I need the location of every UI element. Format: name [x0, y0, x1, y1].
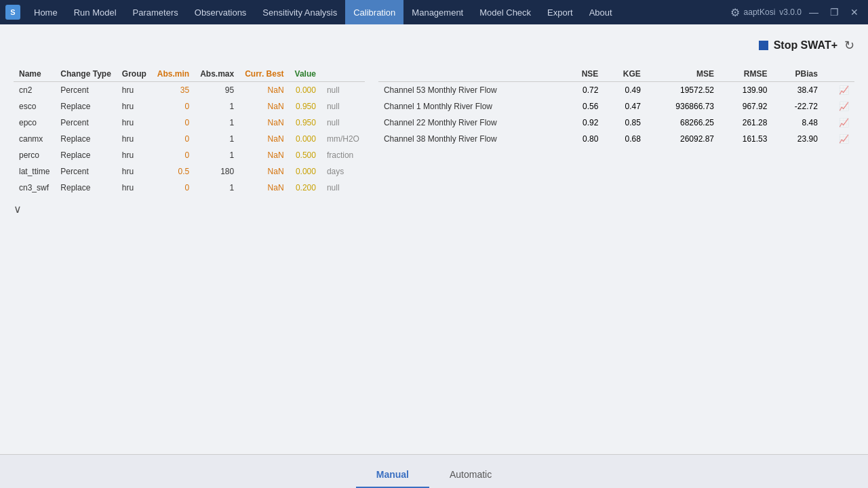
cell-chart-icon[interactable]: 📈 [823, 131, 854, 147]
cell-extra: fraction [321, 147, 365, 163]
cell-group: hru [117, 98, 152, 115]
cell-extra: null [321, 115, 365, 131]
cell-group: hru [117, 180, 152, 196]
cell-channel-label: Channel 38 Monthly River Flow [378, 131, 563, 147]
cell-value: 0.950 [290, 115, 321, 131]
cell-chart-icon[interactable]: 📈 [823, 98, 854, 115]
col-abs-max: Abs.max [195, 66, 239, 82]
cell-curr-best: NaN [239, 131, 289, 147]
table-row: Channel 22 Monthly River Flow 0.92 0.85 … [378, 115, 854, 131]
content-grid: Name Change Type Group Abs.min Abs.max C… [14, 66, 854, 216]
nav-home[interactable]: Home [26, 0, 66, 24]
bottom-tabs: Manual Automatic [0, 454, 868, 488]
cell-extra: mm/H2O [321, 131, 365, 147]
cell-chart-icon[interactable]: 📈 [823, 82, 854, 99]
parameters-table: Name Change Type Group Abs.min Abs.max C… [14, 66, 365, 196]
cell-name: epco [14, 115, 55, 131]
cell-abs-max: 180 [195, 163, 239, 180]
col-kge: KGE [604, 66, 646, 82]
minimize-button[interactable]: — [806, 4, 822, 20]
cell-extra: null [321, 180, 365, 196]
table-row: cn2 Percent hru 35 95 NaN 0.000 null [14, 82, 365, 99]
cell-chart-icon[interactable]: 📈 [823, 115, 854, 131]
cell-name: perco [14, 147, 55, 163]
nav-sensitivity[interactable]: Sensitivity Analysis [254, 0, 345, 24]
stop-icon [759, 41, 768, 50]
nav-parameters[interactable]: Parameters [125, 0, 186, 24]
col-value: Value [290, 66, 321, 82]
cell-group: hru [117, 115, 152, 131]
nav-about[interactable]: About [581, 0, 620, 24]
col-name: Name [14, 66, 55, 82]
nav-model-check[interactable]: Model Check [471, 0, 539, 24]
cell-mse: 936866.73 [646, 98, 719, 115]
cell-change-type: Percent [55, 163, 116, 180]
cell-extra: null [321, 82, 365, 99]
maximize-button[interactable]: ❐ [826, 4, 842, 20]
cell-abs-max: 1 [195, 147, 239, 163]
cell-value: 0.000 [290, 131, 321, 147]
nav-menu: Home Run Model Parameters Observations S… [26, 0, 620, 24]
table-row: canmx Replace hru 0 1 NaN 0.000 mm/H2O [14, 131, 365, 147]
col-extra [321, 66, 365, 82]
col-group: Group [117, 66, 152, 82]
col-curr-best: Curr. Best [239, 66, 289, 82]
cell-curr-best: NaN [239, 147, 289, 163]
tab-automatic[interactable]: Automatic [429, 462, 512, 488]
stop-swat-button[interactable]: Stop SWAT+ [759, 39, 837, 52]
cell-name: lat_ttime [14, 163, 55, 180]
cell-pbias: 23.90 [772, 131, 823, 147]
table-row: cn3_swf Replace hru 0 1 NaN 0.200 null [14, 180, 365, 196]
main-content: Stop SWAT+ ↻ Name Change Type Group Abs.… [0, 24, 868, 454]
cell-curr-best: NaN [239, 180, 289, 196]
cell-change-type: Percent [55, 82, 116, 99]
app-icon: S [5, 5, 20, 20]
cell-abs-min: 0 [152, 98, 195, 115]
table-row: Channel 1 Monthly River Flow 0.56 0.47 9… [378, 98, 854, 115]
cell-kge: 0.49 [604, 82, 646, 99]
cell-change-type: Replace [55, 131, 116, 147]
toolbar-area: Stop SWAT+ ↻ [14, 38, 854, 53]
close-button[interactable]: ✕ [846, 4, 863, 20]
cell-channel-label: Channel 1 Monthly River Flow [378, 98, 563, 115]
cell-kge: 0.68 [604, 131, 646, 147]
cell-change-type: Replace [55, 98, 116, 115]
cell-group: hru [117, 147, 152, 163]
table-row: Channel 38 Monthly River Flow 0.80 0.68 … [378, 131, 854, 147]
expand-button[interactable]: ∨ [14, 203, 365, 216]
refresh-button[interactable]: ↻ [844, 38, 854, 53]
col-pbias: PBias [772, 66, 823, 82]
version-label: v3.0.0 [779, 7, 802, 17]
cell-name: esco [14, 98, 55, 115]
cell-nse: 0.56 [563, 98, 604, 115]
cell-extra: null [321, 98, 365, 115]
nav-management[interactable]: Management [403, 0, 471, 24]
col-abs-min: Abs.min [152, 66, 195, 82]
cell-pbias: 38.47 [772, 82, 823, 99]
cell-value: 0.200 [290, 180, 321, 196]
tab-manual[interactable]: Manual [356, 462, 429, 488]
col-nse: NSE [563, 66, 604, 82]
nav-calibration[interactable]: Calibration [345, 0, 403, 24]
cell-extra: days [321, 163, 365, 180]
cell-kge: 0.85 [604, 115, 646, 131]
cell-curr-best: NaN [239, 98, 289, 115]
results-table: NSE KGE MSE RMSE PBias Channel 53 Monthl… [378, 66, 854, 147]
table-row: epco Percent hru 0 1 NaN 0.950 null [14, 115, 365, 131]
cell-pbias: 8.48 [772, 115, 823, 131]
cell-abs-min: 0 [152, 180, 195, 196]
cell-abs-min: 0 [152, 131, 195, 147]
table-row: esco Replace hru 0 1 NaN 0.950 null [14, 98, 365, 115]
cell-rmse: 967.92 [719, 98, 772, 115]
nav-export[interactable]: Export [539, 0, 581, 24]
cell-rmse: 261.28 [719, 115, 772, 131]
cell-group: hru [117, 131, 152, 147]
nav-run-model[interactable]: Run Model [66, 0, 125, 24]
gear-icon[interactable]: ⚙ [730, 6, 740, 19]
title-bar-left: S Home Run Model Parameters Observations… [5, 0, 620, 24]
left-panel: Name Change Type Group Abs.min Abs.max C… [14, 66, 365, 216]
cell-curr-best: NaN [239, 115, 289, 131]
cell-channel-label: Channel 22 Monthly River Flow [378, 115, 563, 131]
cell-name: cn2 [14, 82, 55, 99]
nav-observations[interactable]: Observations [186, 0, 255, 24]
